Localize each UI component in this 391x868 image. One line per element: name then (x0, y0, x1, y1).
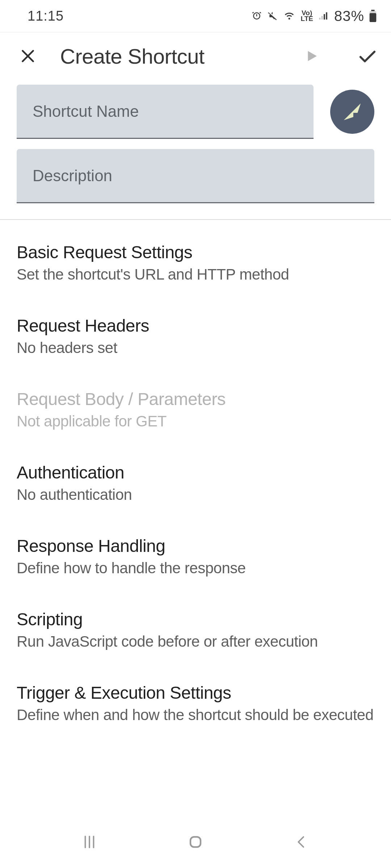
play-icon[interactable] (299, 43, 324, 69)
section-sub: No authentication (17, 486, 374, 503)
status-right: Vo)LTE 83% (251, 8, 377, 24)
navigation-bar (0, 816, 391, 868)
svg-rect-8 (190, 837, 201, 847)
section-scripting[interactable]: Scripting Run JavaScript code before or … (0, 593, 391, 667)
battery-icon (369, 10, 377, 22)
section-sub: No headers set (17, 339, 374, 357)
back-icon[interactable] (280, 820, 323, 864)
section-title: Request Headers (17, 316, 374, 336)
section-title: Scripting (17, 609, 374, 629)
fields-group: Shortcut Name Description (0, 80, 391, 203)
section-title: Response Handling (17, 536, 374, 556)
battery-percent: 83% (334, 8, 364, 24)
status-time: 11:15 (28, 8, 64, 24)
section-basic-request[interactable]: Basic Request Settings Set the shortcut'… (0, 226, 391, 300)
section-sub: Set the shortcut's URL and HTTP method (17, 266, 374, 283)
mute-icon (267, 10, 278, 21)
status-bar: 11:15 Vo)LTE 83% (0, 0, 391, 32)
section-request-headers[interactable]: Request Headers No headers set (0, 300, 391, 373)
signal-icon (318, 10, 329, 21)
section-title: Request Body / Parameters (17, 389, 374, 409)
wifi-icon (283, 10, 295, 21)
shortcut-name-placeholder: Shortcut Name (33, 102, 139, 120)
section-title: Trigger & Execution Settings (17, 683, 374, 703)
svg-rect-2 (370, 13, 377, 22)
shortcut-icon-button[interactable] (330, 90, 374, 134)
section-sub: Define how to handle the response (17, 559, 374, 577)
check-icon[interactable] (355, 43, 380, 69)
description-input[interactable]: Description (17, 149, 374, 203)
section-title: Basic Request Settings (17, 242, 374, 262)
settings-list: Basic Request Settings Set the shortcut'… (0, 220, 391, 740)
section-sub: Run JavaScript code before or after exec… (17, 633, 374, 650)
app-header: Create Shortcut (0, 33, 391, 80)
section-sub: Not applicable for GET (17, 413, 374, 430)
section-response-handling[interactable]: Response Handling Define how to handle t… (0, 520, 391, 593)
svg-rect-0 (371, 10, 374, 11)
section-title: Authentication (17, 463, 374, 482)
home-icon[interactable] (174, 820, 217, 864)
description-placeholder: Description (33, 167, 112, 185)
alarm-icon (251, 10, 262, 21)
section-request-body: Request Body / Parameters Not applicable… (0, 373, 391, 447)
section-sub: Define when and how the shortcut should … (17, 706, 374, 724)
section-trigger-execution[interactable]: Trigger & Execution Settings Define when… (0, 667, 391, 740)
close-icon[interactable] (15, 43, 41, 69)
section-authentication[interactable]: Authentication No authentication (0, 447, 391, 520)
shortcut-name-input[interactable]: Shortcut Name (17, 85, 314, 139)
recents-icon[interactable] (68, 820, 111, 864)
volte-icon: Vo)LTE (300, 10, 313, 22)
page-title: Create Shortcut (60, 44, 279, 68)
